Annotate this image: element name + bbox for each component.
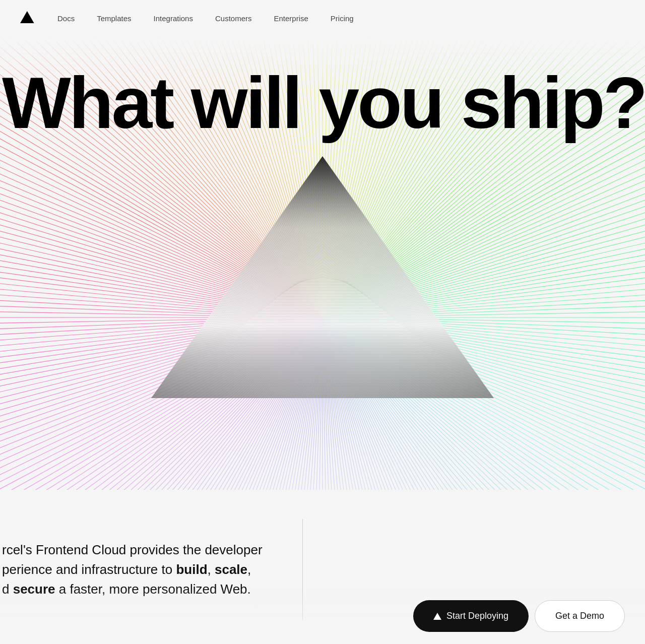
nav-link-templates[interactable]: Templates [88,10,140,27]
triangle-icon [433,613,441,620]
main-nav: Docs Templates Integrations Customers En… [0,0,645,36]
cta-container: Start Deploying Get a Demo [0,588,645,644]
hero-headline: What will you ship? [0,67,645,140]
body-line2: perience and infrastructure to build, sc… [2,562,251,577]
start-deploying-button[interactable]: Start Deploying [413,600,529,632]
logo[interactable] [20,10,34,26]
nav-link-docs[interactable]: Docs [48,10,84,27]
nav-link-customers[interactable]: Customers [206,10,261,27]
nav-link-enterprise[interactable]: Enterprise [265,10,317,27]
bold-scale: scale [215,562,247,577]
demo-label: Get a Demo [555,611,604,621]
get-demo-button[interactable]: Get a Demo [535,600,625,632]
hero-section: What will you ship? [0,36,645,490]
bold-build: build [176,562,207,577]
start-deploying-label: Start Deploying [446,611,508,621]
nav-link-integrations[interactable]: Integrations [145,10,202,27]
nav-link-pricing[interactable]: Pricing [321,10,363,27]
body-line1: rcel's Frontend Cloud provides the devel… [2,542,263,557]
